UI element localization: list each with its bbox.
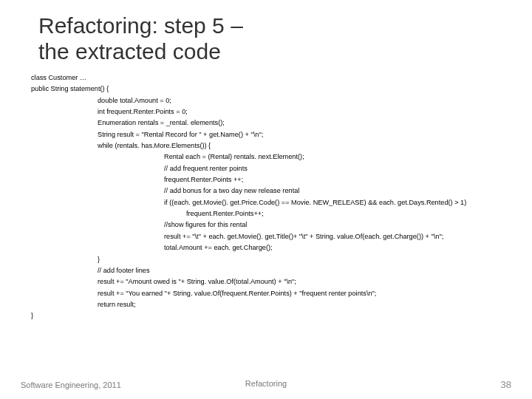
- slide: Refactoring: step 5 – the extracted code…: [0, 0, 532, 399]
- code-line: Rental each = (Rental) rentals. next.Ele…: [164, 152, 511, 162]
- code-line: }: [31, 311, 511, 321]
- footer-left: Software Engineering, 2011: [21, 381, 121, 389]
- code-line: total.Amount += each. get.Charge();: [164, 243, 511, 253]
- code-line: //show figures for this rental: [164, 220, 511, 230]
- title-line-1: Refactoring: step 5 –: [38, 13, 511, 39]
- code-line: int frequent.Renter.Points = 0;: [98, 107, 511, 117]
- code-line: String result = "Rental Record for " + g…: [98, 130, 511, 140]
- code-line: result += "\t" + each. get.Movie(). get.…: [164, 232, 511, 242]
- footer-center: Refactoring: [245, 379, 287, 388]
- code-line: class Customer …: [31, 73, 511, 83]
- code-line: // add bonus for a two day new release r…: [164, 186, 511, 196]
- code-block: class Customer … public String statement…: [31, 73, 511, 321]
- code-line: frequent.Renter.Points ++;: [164, 175, 511, 185]
- code-line: // add frequent renter points: [164, 164, 511, 174]
- code-line: // add footer lines: [98, 266, 511, 276]
- code-line: }: [98, 255, 511, 265]
- code-line: if ((each. get.Movie(). get.Price.Code()…: [164, 198, 511, 208]
- slide-footer: Software Engineering, 2011 Refactoring 3…: [0, 379, 532, 390]
- code-line: double total.Amount = 0;: [98, 96, 511, 106]
- code-line: Enumeration rentals = _rental. elements(…: [98, 118, 511, 128]
- code-line: public String statement() {: [31, 84, 511, 94]
- code-line: while (rentals. has.More.Elements()) {: [98, 141, 511, 151]
- code-line: frequent.Renter.Points++;: [186, 209, 511, 219]
- slide-title: Refactoring: step 5 – the extracted code: [38, 13, 511, 64]
- code-line: result += "Amount owed is "+ String. val…: [98, 277, 511, 287]
- code-line: result += "You earned "+ String. value.O…: [98, 289, 511, 299]
- title-line-2: the extracted code: [38, 39, 511, 65]
- code-line: return result;: [98, 300, 511, 310]
- page-number: 38: [501, 379, 511, 390]
